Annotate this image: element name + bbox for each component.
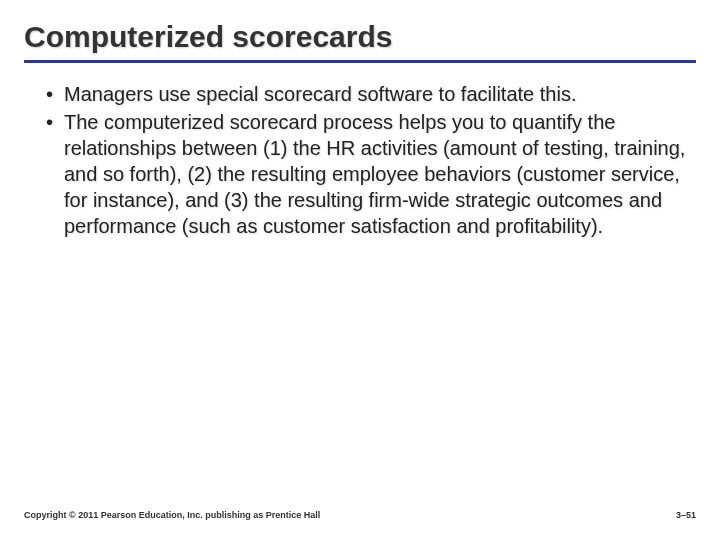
page-number: 3–51 [676, 510, 696, 520]
slide-content: Managers use special scorecard software … [24, 81, 696, 239]
bullet-list: Managers use special scorecard software … [42, 81, 696, 239]
bullet-item: The computerized scorecard process helps… [42, 109, 696, 239]
title-underline [24, 60, 696, 63]
copyright-text: Copyright © 2011 Pearson Education, Inc.… [24, 510, 320, 520]
bullet-item: Managers use special scorecard software … [42, 81, 696, 107]
slide-footer: Copyright © 2011 Pearson Education, Inc.… [24, 510, 696, 520]
slide-title: Computerized scorecards [24, 20, 696, 54]
slide-container: Computerized scorecards Managers use spe… [0, 0, 720, 540]
